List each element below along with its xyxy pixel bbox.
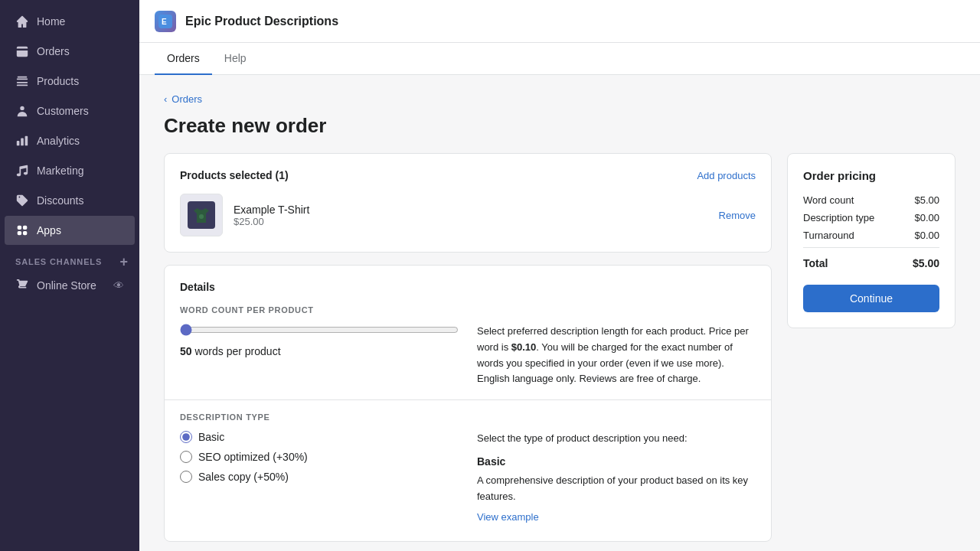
- home-icon: [15, 15, 29, 28]
- pricing-word-count-label: Word count: [803, 194, 854, 206]
- sales-channels-section: SALES CHANNELS +: [0, 246, 139, 272]
- word-count-number: 50: [180, 345, 192, 357]
- sidebar-item-home-label: Home: [37, 15, 65, 28]
- description-type-left: Basic SEO optimized (+30%) Sales copy (+…: [180, 431, 459, 526]
- left-column: Products selected (1) Add products: [164, 153, 772, 542]
- pricing-row-desc-type: Description type $0.00: [803, 212, 939, 223]
- online-store-icon: [15, 279, 29, 292]
- product-info: Example T-Shirt $25.00: [234, 204, 708, 227]
- word-count-left: 50 words per product: [180, 324, 459, 387]
- breadcrumb-arrow: ‹: [164, 93, 167, 105]
- sidebar-item-marketing[interactable]: Marketing: [5, 156, 135, 185]
- tab-orders[interactable]: Orders: [155, 43, 212, 75]
- analytics-icon: [15, 134, 29, 148]
- pricing-row-word-count: Word count $5.00: [803, 194, 939, 206]
- sidebar: Home Orders Products Customers: [0, 0, 139, 551]
- product-row: Example T-Shirt $25.00 Remove: [180, 194, 756, 236]
- radio-sales-input[interactable]: [180, 471, 192, 483]
- sidebar-item-orders-label: Orders: [37, 45, 70, 57]
- remove-product-link[interactable]: Remove: [719, 210, 756, 221]
- details-title: Details: [180, 281, 756, 293]
- sidebar-item-customers[interactable]: Customers: [5, 96, 135, 126]
- word-count-section: 50 words per product Select preferred de…: [180, 324, 756, 387]
- sidebar-item-marketing-label: Marketing: [37, 165, 83, 177]
- sidebar-item-customers-label: Customers: [37, 105, 89, 117]
- sidebar-item-products[interactable]: Products: [5, 67, 135, 96]
- pricing-word-count-value: $5.00: [914, 194, 939, 206]
- breadcrumb[interactable]: ‹ Orders: [164, 93, 956, 105]
- marketing-icon: [15, 164, 29, 178]
- app-logo: E: [155, 11, 176, 32]
- products-selected-title: Products selected (1): [180, 169, 289, 181]
- sidebar-item-analytics[interactable]: Analytics: [5, 126, 135, 155]
- online-store-visibility-icon[interactable]: 👁: [113, 279, 124, 292]
- sidebar-item-discounts-label: Discounts: [37, 194, 83, 207]
- radio-basic-input[interactable]: [180, 431, 192, 443]
- sidebar-item-orders[interactable]: Orders: [5, 37, 135, 66]
- main-area: E Epic Product Descriptions Orders Help …: [139, 0, 980, 551]
- word-count-description: Select preferred description length for …: [477, 324, 756, 387]
- selected-desc-type-name: Basic: [477, 453, 756, 470]
- sidebar-item-apps-label: Apps: [37, 224, 61, 236]
- add-sales-channel-button[interactable]: +: [120, 255, 129, 269]
- apps-icon: [15, 223, 29, 237]
- slider-container: [180, 324, 459, 339]
- breadcrumb-label: Orders: [172, 93, 202, 105]
- word-count-slider[interactable]: [180, 324, 459, 336]
- word-count-unit: words per product: [194, 345, 280, 357]
- pricing-total-value: $5.00: [913, 257, 939, 269]
- radio-seo-input[interactable]: [180, 451, 192, 463]
- pricing-desc-type-label: Description type: [803, 212, 874, 223]
- pricing-title: Order pricing: [803, 169, 939, 182]
- description-type-section: Basic SEO optimized (+30%) Sales copy (+…: [180, 431, 756, 526]
- products-card-header: Products selected (1) Add products: [180, 169, 756, 181]
- content-area: ‹ Orders Create new order Products selec…: [139, 75, 980, 551]
- pricing-row-turnaround: Turnaround $0.00: [803, 230, 939, 241]
- radio-basic[interactable]: Basic: [180, 431, 459, 443]
- description-type-right: Select the type of product description y…: [477, 431, 756, 526]
- radio-basic-label: Basic: [198, 431, 224, 443]
- selected-desc-type-detail: A comprehensive description of your prod…: [477, 473, 756, 505]
- svg-text:E: E: [162, 18, 167, 26]
- products-card: Products selected (1) Add products: [164, 153, 772, 253]
- tshirt-svg: [188, 201, 215, 229]
- radio-sales[interactable]: Sales copy (+50%): [180, 471, 459, 483]
- tab-help[interactable]: Help: [212, 43, 259, 75]
- product-thumbnail: [180, 194, 223, 236]
- description-type-section-label: DESCRIPTION TYPE: [180, 412, 756, 422]
- radio-seo[interactable]: SEO optimized (+30%): [180, 451, 459, 463]
- sidebar-item-discounts[interactable]: Discounts: [5, 186, 135, 215]
- discounts-icon: [15, 194, 29, 207]
- tabs-bar: Orders Help: [139, 43, 980, 75]
- topbar: E Epic Product Descriptions: [139, 0, 980, 43]
- details-card: Details WORD COUNT PER PRODUCT 50 words …: [164, 265, 772, 542]
- pricing-turnaround-label: Turnaround: [803, 230, 854, 241]
- product-price: $25.00: [234, 216, 708, 227]
- pricing-turnaround-value: $0.00: [914, 230, 939, 241]
- radio-seo-label: SEO optimized (+30%): [198, 451, 308, 463]
- products-icon: [15, 74, 29, 88]
- view-example-link[interactable]: View example: [477, 511, 539, 523]
- continue-button[interactable]: Continue: [803, 285, 939, 312]
- page-title: Create new order: [164, 114, 956, 138]
- pricing-card: Order pricing Word count $5.00 Descripti…: [787, 153, 956, 328]
- right-column: Order pricing Word count $5.00 Descripti…: [787, 153, 956, 328]
- product-name: Example T-Shirt: [234, 204, 708, 216]
- customers-icon: [15, 104, 29, 118]
- add-products-link[interactable]: Add products: [697, 170, 756, 181]
- app-title: Epic Product Descriptions: [185, 15, 338, 28]
- main-layout: Products selected (1) Add products: [164, 153, 956, 542]
- sidebar-item-products-label: Products: [37, 75, 79, 87]
- radio-sales-label: Sales copy (+50%): [198, 471, 289, 483]
- sales-channels-label: SALES CHANNELS: [15, 257, 102, 266]
- orders-icon: [15, 44, 29, 58]
- desc-type-right-title: Select the type of product description y…: [477, 431, 756, 447]
- pricing-total-row: Total $5.00: [803, 247, 939, 269]
- svg-point-3: [199, 214, 204, 219]
- word-count-display: 50 words per product: [180, 345, 459, 357]
- sidebar-item-home[interactable]: Home: [5, 7, 135, 36]
- sidebar-item-apps[interactable]: Apps: [5, 216, 135, 245]
- word-count-section-label: WORD COUNT PER PRODUCT: [180, 305, 756, 315]
- pricing-total-label: Total: [803, 257, 828, 269]
- sidebar-item-online-store[interactable]: Online Store 👁: [5, 272, 135, 298]
